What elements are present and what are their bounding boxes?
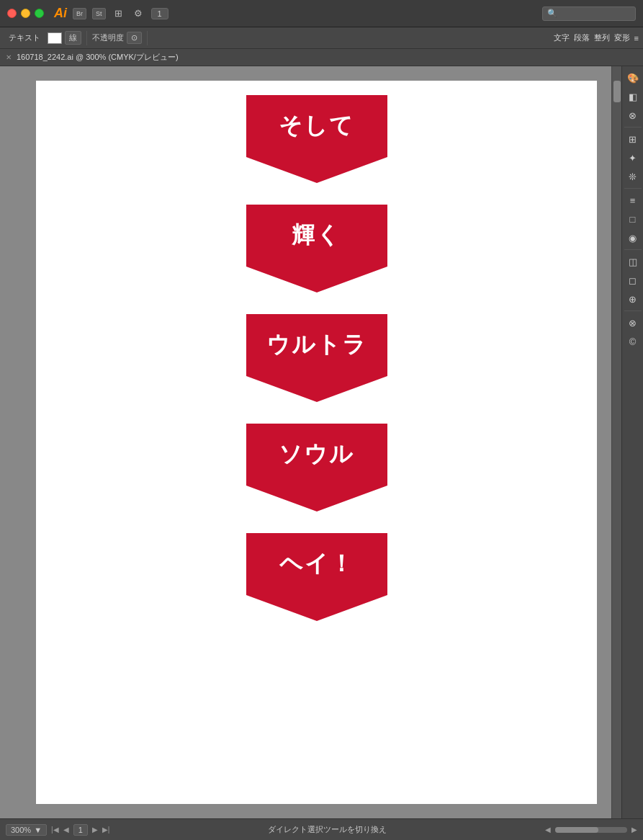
artboard-icon[interactable]: ◻ [624, 272, 642, 289]
page-value: 1 [78, 826, 83, 834]
canvas-area[interactable]: そして 輝く ウルトラ [0, 66, 611, 818]
badge-3: ウルトラ [246, 314, 387, 402]
progress-fill [555, 827, 598, 833]
hint-next[interactable]: ▶ [631, 826, 637, 834]
toolbar: テキスト 線 不透明度 ⊙ 文字 段落 整列 変形 ≡ [0, 27, 643, 49]
flower-icon[interactable]: ❊ [624, 168, 642, 185]
traffic-lights [7, 9, 44, 18]
more-btn[interactable]: ≡ [634, 34, 639, 43]
nav-prev[interactable]: ◀ [63, 826, 69, 834]
scrollbar-vertical[interactable] [611, 66, 621, 818]
page-number: 1 [151, 8, 168, 19]
panel-divider-4 [624, 310, 642, 311]
opacity-label: 不透明度 [92, 32, 124, 43]
badge-5-rect: ヘイ！ [246, 533, 387, 595]
align-icon[interactable]: ≡ [624, 192, 642, 209]
badge-5-chevron [246, 595, 387, 621]
nav-last[interactable]: ▶| [102, 826, 110, 834]
badge-2-text: 輝く [292, 220, 341, 251]
badge-4-chevron [246, 486, 387, 511]
tool-name-label: テキスト [4, 31, 45, 45]
divider-1 [86, 31, 87, 45]
brush-icon[interactable]: ✦ [624, 149, 642, 166]
badge-4-rect: ソウル [246, 424, 387, 486]
badge-4-text: ソウル [279, 439, 354, 470]
statusbar: 300% ▼ |◀ ◀ 1 ▶ ▶| ダイレクト選択ツールを切り換え ◀ ▶ [0, 818, 643, 840]
right-panel: 🎨 ◧ ⊗ ⊞ ✦ ❊ ≡ □ ◉ ◫ ◻ ⊕ ⊗ © [621, 66, 643, 818]
badge-2: 輝く [246, 205, 387, 292]
tool-hint: ダイレクト選択ツールを切り換え [114, 824, 541, 835]
search-bar[interactable]: 🔍 [542, 6, 636, 21]
links-icon[interactable]: ⊗ [624, 314, 642, 331]
minimize-button[interactable] [21, 9, 30, 18]
canvas-wrapper: そして 輝く ウルトラ [0, 66, 621, 818]
pathfinder-icon[interactable]: ◉ [624, 229, 642, 246]
gradient-icon[interactable]: ◧ [624, 88, 642, 105]
grid-icon[interactable]: ⊞ [112, 6, 125, 20]
badge-1-rect: そして [246, 95, 387, 157]
settings-icon[interactable]: ⚙ [131, 6, 145, 20]
toolbar-right: 文字 段落 整列 変形 ≡ [554, 32, 639, 43]
badge-1: そして [246, 95, 387, 183]
fill-swatch[interactable] [48, 32, 62, 44]
nav-next[interactable]: ▶ [92, 826, 98, 834]
panel-divider-3 [624, 249, 642, 250]
badge-1-text: そして [279, 110, 354, 142]
panel-divider-1 [624, 127, 642, 128]
opacity-icon[interactable]: ⊙ [127, 32, 142, 44]
align-btn[interactable]: 整列 [594, 32, 610, 43]
badge-2-chevron [246, 267, 387, 292]
page-control[interactable]: 1 [73, 824, 88, 836]
recolor-icon[interactable]: ⊗ [624, 107, 642, 124]
divider-2 [147, 31, 148, 45]
layers-icon[interactable]: ◫ [624, 253, 642, 270]
badge-4: ソウル [246, 424, 387, 511]
close-button[interactable] [7, 9, 17, 18]
nav-first[interactable]: |◀ [51, 826, 59, 834]
tab-close-icon[interactable]: ✕ [6, 53, 12, 61]
scroll-thumb-v[interactable] [613, 81, 621, 102]
zoom-control[interactable]: 300% ▼ [6, 824, 47, 836]
badge-2-rect: 輝く [246, 205, 387, 267]
stack-icon[interactable]: ⊕ [624, 290, 642, 308]
badge-3-text: ウルトラ [266, 329, 367, 361]
symbol-icon[interactable]: ⊞ [624, 130, 642, 148]
zoom-value: 300% [11, 826, 31, 834]
search-icon: 🔍 [547, 9, 557, 18]
zoom-arrow: ▼ [34, 826, 42, 834]
badge-5: ヘイ！ [246, 533, 387, 621]
br-badge: Br [73, 8, 86, 19]
para-btn[interactable]: 段落 [574, 32, 590, 43]
badge-3-chevron [246, 376, 387, 402]
hint-prev[interactable]: ◀ [545, 826, 551, 834]
progress-bar [555, 827, 627, 833]
char-btn[interactable]: 文字 [554, 32, 570, 43]
cc-icon[interactable]: © [624, 333, 642, 350]
badge-5-text: ヘイ！ [279, 548, 354, 580]
rect-icon[interactable]: □ [624, 210, 642, 228]
badge-3-rect: ウルトラ [246, 314, 387, 376]
main-layout: そして 輝く ウルトラ [0, 66, 643, 818]
tabbar: ✕ 160718_2242.ai @ 300% (CMYK/プレビュー) [0, 49, 643, 66]
badge-1-chevron [246, 157, 387, 183]
st-badge: St [92, 8, 106, 19]
app-logo: Ai [54, 6, 67, 21]
maximize-button[interactable] [35, 9, 44, 18]
tab-filename: 160718_2242.ai @ 300% (CMYK/プレビュー) [17, 52, 179, 63]
transform-btn[interactable]: 変形 [614, 32, 630, 43]
canvas-content: そして 輝く ウルトラ [36, 81, 597, 804]
panel-divider-2 [624, 188, 642, 189]
color-icon[interactable]: 🎨 [624, 69, 642, 86]
stroke-btn[interactable]: 線 [65, 31, 81, 45]
titlebar: Ai Br St ⊞ ⚙ 1 🔍 [0, 0, 643, 27]
